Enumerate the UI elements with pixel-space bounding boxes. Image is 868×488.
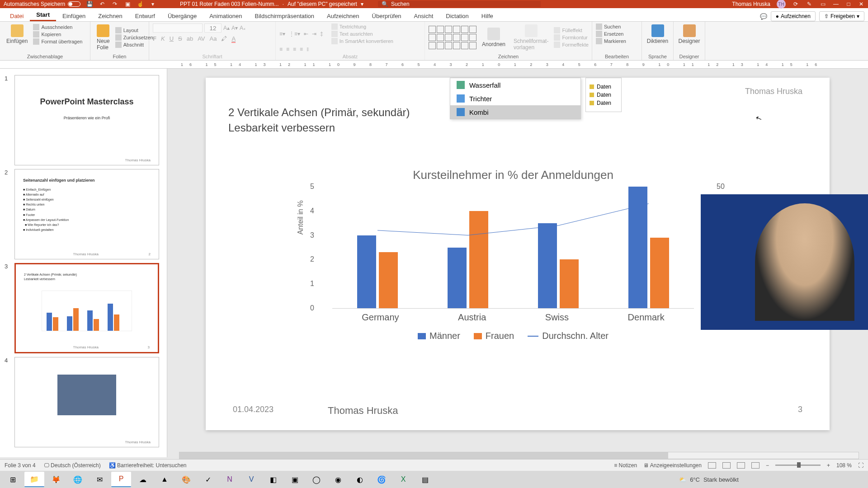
tab-insert[interactable]: Einfügen [56, 10, 92, 21]
find-button[interactable]: Suchen [596, 23, 638, 30]
dictate-button[interactable]: Diktieren [646, 23, 670, 45]
replace-button[interactable]: Ersetzen [596, 31, 638, 37]
align-left-icon[interactable]: ≡ [279, 46, 283, 52]
reading-view-icon[interactable] [737, 462, 745, 469]
tab-slideshow[interactable]: Bildschirmpräsentation [248, 10, 321, 21]
visio-icon[interactable]: V [241, 472, 261, 487]
italic-button[interactable]: K [161, 35, 165, 42]
obs-icon[interactable]: ◯ [307, 472, 326, 487]
window-layout-icon[interactable]: ▭ [819, 0, 826, 8]
justify-icon[interactable]: ≡ [300, 46, 303, 52]
text-direction-button[interactable]: Textrichtung [331, 23, 393, 30]
explorer-icon[interactable]: 📁 [24, 472, 44, 487]
smartart-button[interactable]: In SmartArt konvertieren [331, 38, 393, 44]
thumbnail-2[interactable]: Seitenanzahl einfügen und platzieren ■ E… [14, 169, 159, 259]
decrease-font-icon[interactable]: A▾ [231, 25, 238, 31]
record-button[interactable]: ● Aufzeichnen [771, 11, 816, 21]
app4-icon[interactable]: ◐ [350, 472, 370, 487]
fill-button[interactable]: Fülleffekt [554, 27, 589, 33]
app-icon[interactable]: ◧ [263, 472, 283, 487]
bold-button[interactable]: F [153, 35, 156, 42]
cut-button[interactable]: Ausschneiden [33, 24, 82, 30]
layout-button[interactable]: Layout [115, 27, 153, 33]
quickstyles-button[interactable]: Schnellformat-vorlagen [511, 23, 551, 52]
firefox-icon[interactable]: 🦊 [46, 472, 66, 487]
app2-icon[interactable]: ▣ [285, 472, 305, 487]
tab-dictation[interactable]: Dictation [439, 10, 475, 21]
spacing-button[interactable]: AV [198, 35, 205, 42]
tab-animations[interactable]: Animationen [203, 10, 248, 21]
sorter-view-icon[interactable] [722, 462, 731, 469]
autosave-toggle[interactable]: Automatisches Speichern [4, 1, 80, 7]
outline-button[interactable]: Formkontur [554, 34, 589, 41]
display-settings-button[interactable]: 🖥 Anzeigeeinstellungen [643, 462, 702, 469]
redo-icon[interactable]: ↷ [111, 0, 118, 8]
app5-icon[interactable]: ▤ [415, 472, 435, 487]
search-box[interactable]: 🔍 Suchen [378, 1, 541, 7]
tab-record[interactable]: Aufzeichnen [321, 10, 366, 21]
thumbnail-1[interactable]: PowerPoint Masterclass Präsentieren wie … [14, 75, 159, 165]
comments-icon[interactable]: 💬 [760, 13, 767, 20]
underline-button[interactable]: U [170, 35, 174, 42]
document-title[interactable]: PPT 01 Roter Faden 003 Folien-Numm... · … [180, 1, 363, 7]
excel-icon[interactable]: X [393, 472, 413, 487]
effects-button[interactable]: Formeffekte [554, 42, 589, 48]
font-color-button[interactable]: A [231, 35, 236, 42]
touch-icon[interactable]: ☝ [137, 0, 144, 8]
format-painter-button[interactable]: Format übertragen [33, 38, 82, 45]
new-slide-button[interactable]: Neue Folie [94, 23, 113, 52]
numbering-icon[interactable]: ⋮≡▾ [289, 31, 300, 37]
shapes-gallery[interactable] [429, 26, 476, 49]
fit-window-icon[interactable]: ⛶ [858, 462, 863, 469]
normal-view-icon[interactable] [708, 462, 716, 469]
edge-icon[interactable]: 🌀 [372, 472, 392, 487]
tab-view[interactable]: Ansicht [408, 10, 440, 21]
paint-icon[interactable]: 🎨 [176, 472, 196, 487]
notes-button[interactable]: ≡ Notizen [614, 462, 637, 469]
share-button[interactable]: ⇧ Freigeben ▾ [819, 11, 864, 21]
minimize-icon[interactable]: — [833, 1, 839, 7]
indent-right-icon[interactable]: ⇥ [312, 31, 316, 37]
indent-left-icon[interactable]: ⇤ [304, 31, 308, 37]
sync-icon[interactable]: ⟳ [792, 0, 799, 8]
chart-type-waterfall[interactable]: Wasserfall [450, 78, 580, 92]
chart-type-funnel[interactable]: Trichter [450, 92, 580, 105]
zoom-level[interactable]: 108 % [836, 462, 852, 469]
todoist-icon[interactable]: ✓ [198, 472, 218, 487]
thumbnail-4[interactable]: Thomas Hruska [14, 357, 159, 447]
accessibility-status[interactable]: ♿ Barrierefreiheit: Untersuchen [109, 462, 187, 469]
horizontal-scrollbar[interactable] [179, 452, 859, 459]
present-icon[interactable]: ▣ [124, 0, 131, 8]
paste-button[interactable]: Einfügen [4, 23, 30, 45]
tab-transitions[interactable]: Übergänge [161, 10, 203, 21]
pen-icon[interactable]: ✎ [806, 0, 813, 8]
tab-file[interactable]: Datei [4, 10, 30, 21]
columns-icon[interactable]: ⫴ [307, 46, 309, 52]
thumbnail-3[interactable]: 2 Vertikale Achsen (Primär, sekundär)Les… [14, 263, 159, 353]
font-name-input[interactable] [153, 23, 203, 33]
maximize-icon[interactable]: □ [845, 1, 852, 7]
start-button[interactable]: ⊞ [3, 472, 23, 487]
align-center-icon[interactable]: ≡ [286, 46, 289, 52]
close-icon[interactable]: ✕ [858, 1, 864, 7]
chrome-icon[interactable]: 🌐 [68, 472, 88, 487]
zoom-out-icon[interactable]: − [766, 462, 769, 469]
save-icon[interactable]: 💾 [86, 0, 93, 8]
line-spacing-icon[interactable]: ‡ [320, 31, 323, 37]
outlook-icon[interactable]: ✉ [90, 472, 109, 487]
onenote-icon[interactable]: N [220, 472, 240, 487]
select-button[interactable]: Markieren [596, 38, 638, 44]
font-size-input[interactable] [204, 23, 222, 33]
strike-button[interactable]: S [178, 35, 182, 42]
app3-icon[interactable]: ◉ [328, 472, 348, 487]
zoom-in-icon[interactable]: + [827, 462, 830, 469]
combo-chart[interactable]: Kursteilnehmer in % der Anmeldungen Ante… [296, 168, 730, 358]
qat-more-icon[interactable]: ▾ [149, 0, 156, 8]
section-button[interactable]: Abschnitt [115, 42, 153, 48]
tab-draw[interactable]: Zeichnen [92, 10, 128, 21]
highlight-button[interactable]: 🖍 [221, 35, 227, 42]
increase-font-icon[interactable]: A▴ [223, 25, 230, 31]
powerpoint-icon[interactable]: P [111, 472, 131, 487]
shadow-button[interactable]: ab [187, 35, 193, 42]
cloud-icon[interactable]: ☁ [133, 472, 153, 487]
